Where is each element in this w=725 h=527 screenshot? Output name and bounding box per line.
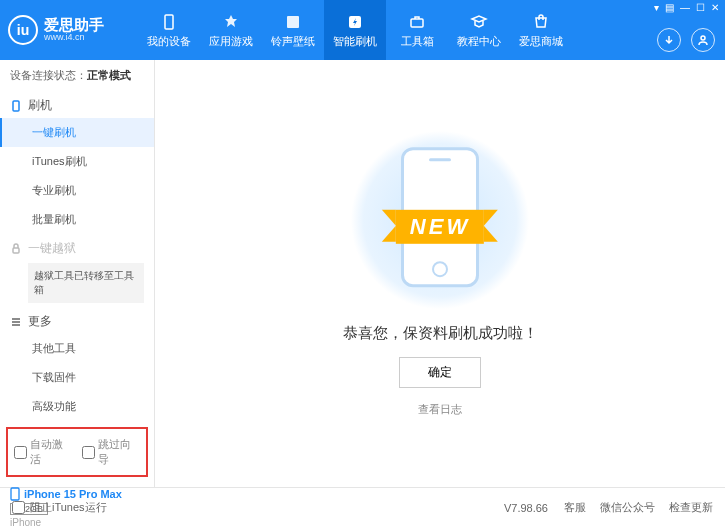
sidebar-item-other[interactable]: 其他工具 (0, 334, 154, 363)
user-button[interactable] (691, 28, 715, 52)
toolbox-icon (407, 12, 427, 32)
view-log-link[interactable]: 查看日志 (418, 402, 462, 417)
sidebar-item-advanced[interactable]: 高级功能 (0, 392, 154, 421)
svg-rect-6 (13, 248, 19, 253)
main-content: NEW 恭喜您，保资料刷机成功啦！ 确定 查看日志 (155, 60, 725, 487)
skin-icon[interactable]: ▤ (665, 2, 674, 13)
skip-setup-checkbox[interactable]: 跳过向导 (82, 437, 140, 467)
ringtone-icon (283, 12, 303, 32)
footer-link-update[interactable]: 检查更新 (669, 500, 713, 515)
svg-rect-5 (13, 101, 19, 111)
sidebar: 设备连接状态：正常模式 刷机 一键刷机 iTunes刷机 专业刷机 批量刷机 一… (0, 60, 155, 487)
device-type: iPhone (10, 517, 144, 527)
download-button[interactable] (657, 28, 681, 52)
nav-tutorial[interactable]: 教程中心 (448, 0, 510, 60)
success-message: 恭喜您，保资料刷机成功啦！ (343, 324, 538, 343)
svg-rect-7 (11, 488, 19, 500)
success-illustration: NEW (350, 130, 530, 310)
section-flash[interactable]: 刷机 (0, 91, 154, 118)
phone-icon (10, 100, 22, 112)
apps-icon (221, 12, 241, 32)
nav-flash[interactable]: 智能刷机 (324, 0, 386, 60)
sidebar-item-oneclick[interactable]: 一键刷机 (0, 118, 154, 147)
nav-store[interactable]: 爱思商城 (510, 0, 572, 60)
close-icon[interactable]: ✕ (711, 2, 719, 13)
store-icon (531, 12, 551, 32)
options-box: 自动激活 跳过向导 (6, 427, 148, 477)
device-icon (159, 12, 179, 32)
jailbreak-note: 越狱工具已转移至工具箱 (28, 263, 144, 303)
logo-icon: iu (8, 15, 38, 45)
app-url: www.i4.cn (44, 33, 104, 43)
nav-apps[interactable]: 应用游戏 (200, 0, 262, 60)
lock-icon (10, 243, 22, 255)
phone-small-icon (10, 487, 20, 501)
svg-point-4 (701, 36, 705, 40)
svg-rect-0 (165, 15, 173, 29)
minimize-icon[interactable]: — (680, 2, 690, 13)
app-name: 爱思助手 (44, 17, 104, 34)
flash-icon (345, 12, 365, 32)
sidebar-item-batch[interactable]: 批量刷机 (0, 205, 154, 234)
footer-link-wechat[interactable]: 微信公众号 (600, 500, 655, 515)
block-itunes-checkbox[interactable]: 阻止iTunes运行 (12, 500, 107, 515)
list-icon (10, 316, 22, 328)
sidebar-item-itunes[interactable]: iTunes刷机 (0, 147, 154, 176)
footer-link-service[interactable]: 客服 (564, 500, 586, 515)
nav-toolbox[interactable]: 工具箱 (386, 0, 448, 60)
svg-rect-1 (287, 16, 299, 28)
maximize-icon[interactable]: ☐ (696, 2, 705, 13)
tutorial-icon (469, 12, 489, 32)
svg-rect-3 (411, 19, 423, 27)
version-label: V7.98.66 (504, 502, 548, 514)
ok-button[interactable]: 确定 (399, 357, 481, 388)
section-jailbreak: 一键越狱 (0, 234, 154, 261)
auto-activate-checkbox[interactable]: 自动激活 (14, 437, 72, 467)
nav-ringtone[interactable]: 铃声壁纸 (262, 0, 324, 60)
new-ribbon: NEW (396, 210, 484, 244)
menu-icon[interactable]: ▾ (654, 2, 659, 13)
sidebar-item-download[interactable]: 下载固件 (0, 363, 154, 392)
nav-my-device[interactable]: 我的设备 (138, 0, 200, 60)
section-more[interactable]: 更多 (0, 307, 154, 334)
sidebar-item-pro[interactable]: 专业刷机 (0, 176, 154, 205)
app-logo: iu 爱思助手 www.i4.cn (8, 15, 138, 45)
top-nav: 我的设备 应用游戏 铃声壁纸 智能刷机 工具箱 教程中心 爱思商城 (138, 0, 572, 60)
connection-status: 设备连接状态：正常模式 (0, 60, 154, 91)
